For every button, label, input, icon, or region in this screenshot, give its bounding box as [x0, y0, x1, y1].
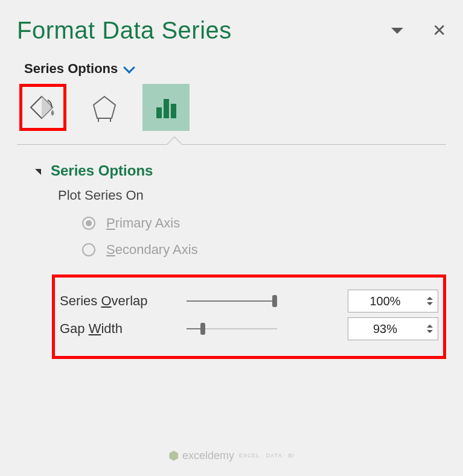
panel-header: Format Data Series ✕: [17, 17, 446, 44]
gap-width-label: Gap Width: [60, 321, 180, 337]
header-controls: ✕: [391, 21, 446, 40]
svg-rect-6: [171, 104, 176, 118]
series-overlap-value: 100%: [348, 294, 422, 308]
primary-axis-radio-button: [82, 217, 95, 230]
series-overlap-spin-up[interactable]: [427, 297, 433, 300]
series-overlap-row: Series Overlap 100%: [60, 290, 438, 313]
close-button[interactable]: ✕: [432, 21, 446, 40]
options-dropdown-icon[interactable]: [391, 28, 403, 34]
series-overlap-label: Series Overlap: [60, 293, 180, 309]
axis-radio-group: Primary Axis Secondary Axis: [82, 215, 446, 258]
gap-width-value: 93%: [348, 322, 422, 336]
series-overlap-spin-down[interactable]: [427, 302, 433, 305]
plot-series-on-label: Plot Series On: [58, 188, 446, 203]
watermark-text: exceldemy: [182, 449, 234, 462]
tab-divider: [17, 137, 446, 151]
bar-chart-icon: [152, 93, 180, 122]
gap-width-spin-up[interactable]: [427, 325, 433, 328]
series-options-section: Series Options Plot Series On Primary Ax…: [17, 162, 446, 359]
gap-width-slider-wrap: [180, 322, 342, 336]
series-overlap-slider-wrap: [180, 294, 342, 308]
fill-line-tab[interactable]: [19, 84, 66, 131]
category-tabs: [17, 84, 446, 131]
format-data-series-panel: Format Data Series ✕ Series Options: [5, 5, 458, 471]
secondary-axis-radio-button: [82, 243, 95, 256]
section-title: Series Options: [51, 162, 153, 179]
watermark-icon: ⬢: [168, 448, 179, 463]
watermark-sub: EXCEL · DATA · BI: [239, 452, 295, 459]
chevron-down-icon: [123, 62, 135, 74]
series-overlap-spinner: [422, 297, 438, 305]
svg-rect-4: [156, 107, 162, 118]
gap-width-row: Gap Width 93%: [60, 317, 438, 340]
watermark: ⬢ exceldemy EXCEL · DATA · BI: [168, 448, 295, 463]
effects-tab[interactable]: [81, 84, 128, 131]
secondary-axis-label: Secondary Axis: [106, 242, 198, 258]
series-options-dropdown[interactable]: Series Options: [17, 61, 446, 77]
gap-width-spinner: [422, 325, 438, 333]
gap-width-input[interactable]: 93%: [348, 317, 438, 340]
panel-title: Format Data Series: [17, 17, 232, 44]
primary-axis-radio: Primary Axis: [82, 215, 446, 231]
secondary-axis-radio: Secondary Axis: [82, 242, 446, 258]
pentagon-icon: [90, 93, 119, 122]
primary-axis-label: Primary Axis: [106, 215, 180, 231]
svg-rect-5: [164, 99, 169, 118]
series-overlap-input[interactable]: 100%: [348, 290, 438, 313]
collapse-triangle-icon: [35, 169, 41, 175]
gap-width-spin-down[interactable]: [427, 330, 433, 333]
series-options-label: Series Options: [24, 61, 118, 77]
section-header[interactable]: Series Options: [35, 162, 446, 179]
paint-bucket-icon: [28, 93, 57, 122]
series-overlap-slider[interactable]: [187, 294, 277, 308]
series-options-tab[interactable]: [142, 84, 190, 131]
gap-width-slider[interactable]: [187, 322, 277, 336]
svg-marker-1: [94, 97, 115, 118]
slider-controls-group: Series Overlap 100% Ga: [52, 274, 446, 359]
